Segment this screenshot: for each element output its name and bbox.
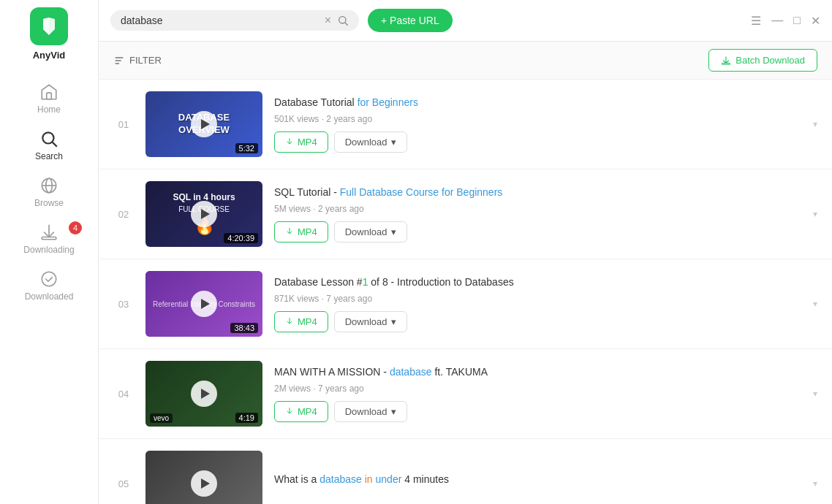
batch-download-button[interactable]: Batch Download [708,49,817,72]
result-item-3: 03 Referential Integrity Constraints 38:… [99,259,832,349]
search-input[interactable]: database [121,15,319,26]
clear-search-button[interactable]: × [325,15,331,26]
chevron-down-icon-2: ▾ [391,226,396,237]
filter-label: FILTER [129,55,162,66]
app-name: AnyVid [33,50,66,61]
thumbnail-4[interactable]: 4:19 vevo [145,361,262,427]
result-title-5: What is a database in under 4 minutes [274,473,801,487]
result-info-2: SQL Tutorial - Full Database Course for … [274,186,801,243]
result-meta-1: 501K views · 2 years ago [274,114,801,124]
svg-point-1 [42,132,53,143]
mp4-button-4[interactable]: MP4 [274,401,328,422]
expand-button-4[interactable]: ▾ [813,389,817,399]
sidebar-item-home[interactable]: Home [0,75,98,122]
result-meta-3: 871K views · 7 years ago [274,294,801,304]
search-box: database × [110,10,359,31]
result-item-1: 01 DATABASEOVERVIEW 5:32 Database Tutori… [99,80,832,169]
result-title-4: MAN WITH A MISSION - database ft. TAKUMA [274,365,801,380]
result-title-2: SQL Tutorial - Full Database Course for … [274,186,801,200]
result-num-4: 04 [113,389,134,400]
result-info-3: Database Lesson #1 of 8 - Introduction t… [274,275,801,332]
mp4-download-icon-4 [285,407,294,416]
chevron-down-icon: ▾ [391,137,396,148]
duration-2: 4:20:39 [224,233,258,243]
filter-bar: FILTER Batch Download [99,42,832,80]
results-list: 01 DATABASEOVERVIEW 5:32 Database Tutori… [99,80,832,504]
svg-rect-6 [42,237,56,240]
logo-area: AnyVid [30,7,68,61]
result-num-2: 02 [113,209,134,220]
sidebar-item-downloaded[interactable]: Downloaded [0,262,98,309]
sidebar-item-search[interactable]: Search [0,122,98,169]
sidebar-item-browse[interactable]: Browse [0,169,98,215]
main-content: database × + Paste URL ☰ — □ ✕ FILTER [99,0,832,504]
close-icon[interactable]: ✕ [811,14,820,28]
menu-icon[interactable]: ☰ [751,14,761,28]
result-num-3: 03 [113,299,134,310]
thumbnail-1[interactable]: DATABASEOVERVIEW 5:32 [145,91,262,157]
result-meta-4: 2M views · 7 years ago [274,383,801,394]
filter-icon [113,55,125,66]
result-info-4: MAN WITH A MISSION - database ft. TAKUMA… [274,365,801,422]
vevo-label-4: vevo [150,413,173,423]
maximize-icon[interactable]: □ [793,14,801,27]
sidebar-label-browse: Browse [34,198,64,208]
result-item-5: 05 What is a database in under 4 minutes… [99,439,832,504]
result-actions-4: MP4 Download ▾ [274,401,801,422]
result-meta-2: 5M views · 2 years ago [274,204,801,214]
mp4-download-icon-3 [285,317,294,326]
batch-download-icon [721,56,731,66]
mp4-download-icon-2 [285,227,294,236]
expand-button-2[interactable]: ▾ [813,209,817,219]
expand-button-5[interactable]: ▾ [813,478,817,489]
batch-download-label: Batch Download [735,55,805,66]
thumbnail-3[interactable]: Referential Integrity Constraints 38:43 [145,271,262,337]
minimize-icon[interactable]: — [771,14,783,27]
search-icon [337,15,349,26]
sidebar-label-downloaded: Downloaded [25,291,74,302]
result-info-5: What is a database in under 4 minutes [274,473,801,495]
download-button-3[interactable]: Download ▾ [334,311,407,332]
duration-1: 5:32 [235,143,258,153]
sidebar-label-downloading: Downloading [23,245,74,255]
result-item-2: 02 SQL in 4 hoursFULL COURSE 🔥 4:20:39 S… [99,169,832,259]
filter-button[interactable]: FILTER [113,55,162,66]
thumbnail-2[interactable]: SQL in 4 hoursFULL COURSE 🔥 4:20:39 [145,181,262,247]
thumbnail-5[interactable] [145,451,262,504]
expand-button-3[interactable]: ▾ [813,299,817,309]
download-button-1[interactable]: Download ▾ [334,131,407,153]
chevron-down-icon-3: ▾ [391,316,396,327]
svg-line-2 [53,142,57,147]
mp4-button-2[interactable]: MP4 [274,221,328,243]
expand-button-1[interactable]: ▾ [813,119,817,129]
paste-url-button[interactable]: + Paste URL [368,9,453,32]
result-num-1: 01 [113,119,134,130]
download-button-4[interactable]: Download ▾ [334,401,407,422]
window-controls: ☰ — □ ✕ [751,14,820,28]
download-button-2[interactable]: Download ▾ [334,221,407,243]
chevron-down-icon-4: ▾ [391,406,396,417]
svg-point-8 [339,17,346,23]
result-num-5: 05 [113,478,134,489]
result-info-1: Database Tutorial for Beginners 501K vie… [274,96,801,153]
result-title-1: Database Tutorial for Beginners [274,96,801,110]
result-actions-2: MP4 Download ▾ [274,221,801,243]
sidebar: AnyVid Home Search Browse 4 Downloading [0,0,99,504]
svg-line-9 [345,23,348,26]
mp4-button-3[interactable]: MP4 [274,311,328,332]
download-badge: 4 [69,221,82,234]
result-title-3: Database Lesson #1 of 8 - Introduction t… [274,275,801,290]
sidebar-item-downloading[interactable]: 4 Downloading [0,215,98,262]
duration-3: 38:43 [230,323,258,333]
sidebar-label-search: Search [35,151,63,161]
app-logo [30,7,68,45]
mp4-button-1[interactable]: MP4 [274,131,328,153]
topbar: database × + Paste URL ☰ — □ ✕ [99,0,832,42]
svg-rect-0 [47,93,52,99]
sidebar-label-home: Home [37,104,61,115]
svg-rect-13 [722,63,730,64]
result-actions-3: MP4 Download ▾ [274,311,801,332]
result-item-4: 04 4:19 vevo MAN WITH A MISSION - databa… [99,349,832,439]
mp4-download-icon-1 [285,137,294,146]
duration-4: 4:19 [235,413,258,423]
